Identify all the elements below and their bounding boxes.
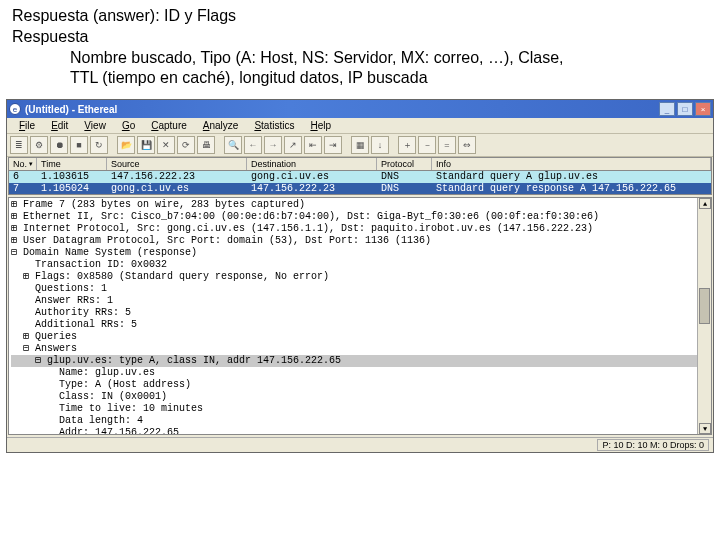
detail-dns[interactable]: ⊟ Domain Name System (response) — [11, 247, 709, 259]
goto-packet-icon[interactable]: ↗ — [284, 136, 302, 154]
slide-line-1: Respuesta (answer): ID y Flags — [12, 6, 710, 27]
col-destination[interactable]: Destination — [247, 158, 377, 170]
close-button[interactable]: × — [695, 102, 711, 116]
save-icon[interactable]: 💾 — [137, 136, 155, 154]
detail-udp[interactable]: ⊞ User Datagram Protocol, Src Port: doma… — [11, 235, 709, 247]
detail-questions: Questions: 1 — [11, 283, 709, 295]
slide-notes: Respuesta (answer): ID y Flags Respuesta… — [0, 0, 720, 93]
menu-view[interactable]: View — [76, 119, 114, 132]
col-time[interactable]: Time — [37, 158, 107, 170]
scroll-up-icon[interactable]: ▲ — [699, 198, 711, 209]
interfaces-icon[interactable]: ≣ — [10, 136, 28, 154]
detail-ip[interactable]: ⊞ Internet Protocol, Src: gong.ci.uv.es … — [11, 223, 709, 235]
slide-line-2: Respuesta — [12, 27, 710, 48]
col-source[interactable]: Source — [107, 158, 247, 170]
toolbar: ≣ ⚙ ⏺ ■ ↻ 📂 💾 ✕ ⟳ 🖶 🔍 ← → ↗ ⇤ ⇥ ▦ ↓ ＋ － … — [7, 134, 713, 157]
print-icon[interactable]: 🖶 — [197, 136, 215, 154]
status-counters: P: 10 D: 10 M: 0 Drops: 0 — [597, 439, 709, 451]
scroll-down-icon[interactable]: ▼ — [699, 423, 711, 434]
ethereal-window: e (Untitled) - Ethereal _ □ × File Edit … — [6, 99, 714, 453]
detail-name: Name: glup.uv.es — [11, 367, 709, 379]
detail-class: Class: IN (0x0001) — [11, 391, 709, 403]
detail-answerrrs: Answer RRs: 1 — [11, 295, 709, 307]
maximize-button[interactable]: □ — [677, 102, 693, 116]
detail-answer-record[interactable]: ⊟ glup.uv.es: type A, class IN, addr 147… — [11, 355, 709, 367]
detail-ttl: Time to live: 10 minutes — [11, 403, 709, 415]
packet-details[interactable]: ⊞ Frame 7 (283 bytes on wire, 283 bytes … — [8, 197, 712, 435]
detail-ethernet[interactable]: ⊞ Ethernet II, Src: Cisco_b7:04:00 (00:0… — [11, 211, 709, 223]
col-protocol[interactable]: Protocol — [377, 158, 432, 170]
autoscroll-icon[interactable]: ↓ — [371, 136, 389, 154]
window-title: (Untitled) - Ethereal — [25, 104, 659, 115]
packet-row-6[interactable]: 6 1.103615 147.156.222.23 gong.ci.uv.es … — [9, 171, 711, 183]
resize-cols-icon[interactable]: ⇔ — [458, 136, 476, 154]
list-header: No. ▾ Time Source Destination Protocol I… — [9, 158, 711, 171]
find-icon[interactable]: 🔍 — [224, 136, 242, 154]
start-capture-icon[interactable]: ⏺ — [50, 136, 68, 154]
menubar: File Edit View Go Capture Analyze Statis… — [7, 118, 713, 134]
colorize-icon[interactable]: ▦ — [351, 136, 369, 154]
statusbar: P: 10 D: 10 M: 0 Drops: 0 — [7, 437, 713, 452]
detail-type: Type: A (Host address) — [11, 379, 709, 391]
detail-queries[interactable]: ⊞ Queries — [11, 331, 709, 343]
menu-statistics[interactable]: Statistics — [246, 119, 302, 132]
scroll-thumb[interactable] — [699, 288, 710, 324]
zoom-out-icon[interactable]: － — [418, 136, 436, 154]
menu-capture[interactable]: Capture — [143, 119, 195, 132]
details-scrollbar[interactable]: ▲ ▼ — [697, 198, 711, 434]
stop-capture-icon[interactable]: ■ — [70, 136, 88, 154]
detail-authrrs: Authority RRs: 5 — [11, 307, 709, 319]
go-last-icon[interactable]: ⇥ — [324, 136, 342, 154]
open-icon[interactable]: 📂 — [117, 136, 135, 154]
zoom-in-icon[interactable]: ＋ — [398, 136, 416, 154]
go-back-icon[interactable]: ← — [244, 136, 262, 154]
titlebar[interactable]: e (Untitled) - Ethereal _ □ × — [7, 100, 713, 118]
packet-row-7[interactable]: 7 1.105024 gong.ci.uv.es 147.156.222.23 … — [9, 183, 711, 195]
close-file-icon[interactable]: ✕ — [157, 136, 175, 154]
restart-capture-icon[interactable]: ↻ — [90, 136, 108, 154]
detail-answers[interactable]: ⊟ Answers — [11, 343, 709, 355]
menu-file[interactable]: File — [11, 119, 43, 132]
detail-datalen: Data length: 4 — [11, 415, 709, 427]
reload-icon[interactable]: ⟳ — [177, 136, 195, 154]
capture-options-icon[interactable]: ⚙ — [30, 136, 48, 154]
menu-edit[interactable]: Edit — [43, 119, 76, 132]
detail-flags[interactable]: ⊞ Flags: 0x8580 (Standard query response… — [11, 271, 709, 283]
go-forward-icon[interactable]: → — [264, 136, 282, 154]
menu-help[interactable]: Help — [302, 119, 339, 132]
slide-line-4: TTL (tiempo en caché), longitud datos, I… — [12, 68, 710, 89]
detail-addlrrs: Additional RRs: 5 — [11, 319, 709, 331]
packet-list[interactable]: No. ▾ Time Source Destination Protocol I… — [8, 157, 712, 195]
go-first-icon[interactable]: ⇤ — [304, 136, 322, 154]
zoom-100-icon[interactable]: = — [438, 136, 456, 154]
menu-analyze[interactable]: Analyze — [195, 119, 247, 132]
minimize-button[interactable]: _ — [659, 102, 675, 116]
detail-addr: Addr: 147.156.222.65 — [11, 427, 709, 435]
app-icon: e — [9, 103, 21, 115]
col-info[interactable]: Info — [432, 158, 711, 170]
detail-frame[interactable]: ⊞ Frame 7 (283 bytes on wire, 283 bytes … — [11, 199, 709, 211]
detail-txnid: Transaction ID: 0x0032 — [11, 259, 709, 271]
slide-line-3: Nombre buscado, Tipo (A: Host, NS: Servi… — [12, 48, 710, 69]
col-no[interactable]: No. ▾ — [9, 158, 37, 170]
menu-go[interactable]: Go — [114, 119, 143, 132]
